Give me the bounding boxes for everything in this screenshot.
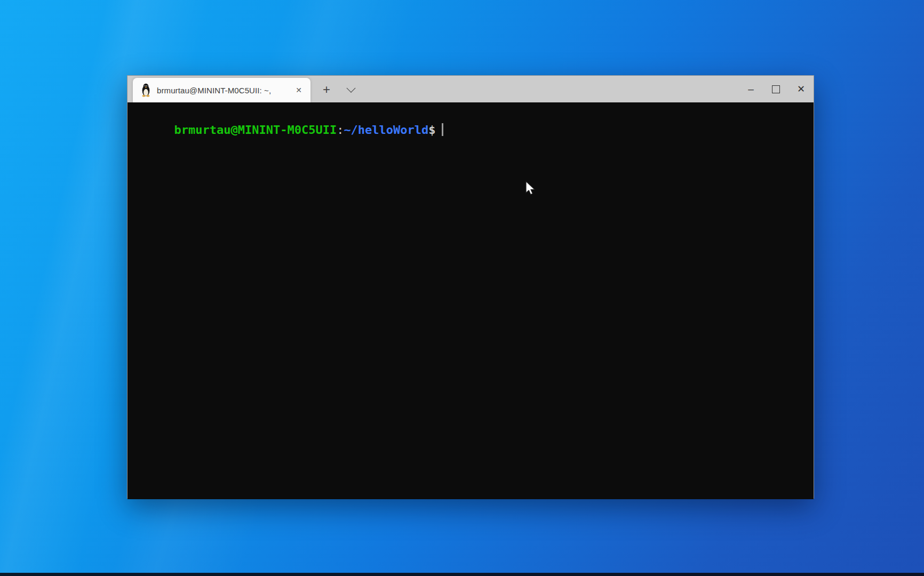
window-controls: – ✕ xyxy=(738,76,814,102)
screen-bottom-edge xyxy=(0,573,924,576)
tux-linux-penguin-icon xyxy=(140,83,152,97)
terminal-cursor xyxy=(442,123,443,136)
shell-prompt: brmurtau@MININT-M0C5UII:~/helloWorld$ xyxy=(174,123,443,137)
tab-dropdown-button[interactable] xyxy=(342,81,360,99)
window-titlebar[interactable]: brmurtau@MININT-M0C5UII: ~, ✕ + – ✕ xyxy=(128,76,814,102)
chevron-down-icon xyxy=(347,84,356,93)
prompt-colon: : xyxy=(337,123,344,137)
desktop[interactable]: brmurtau@MININT-M0C5UII: ~, ✕ + – ✕ brmu… xyxy=(0,0,924,576)
tab-close-icon[interactable]: ✕ xyxy=(291,83,306,98)
close-button[interactable]: ✕ xyxy=(788,76,814,102)
tab-title: brmurtau@MININT-M0C5UII: ~, xyxy=(157,86,291,95)
terminal-content[interactable]: brmurtau@MININT-M0C5UII:~/helloWorld$ xyxy=(128,102,814,499)
prompt-user-host: brmurtau@MININT-M0C5UII xyxy=(174,123,337,137)
new-tab-button[interactable]: + xyxy=(317,81,336,99)
maximize-square-icon xyxy=(772,85,780,93)
prompt-path: ~/helloWorld xyxy=(344,123,428,137)
terminal-window: brmurtau@MININT-M0C5UII: ~, ✕ + – ✕ brmu… xyxy=(127,75,814,499)
minimize-button[interactable]: – xyxy=(738,76,763,102)
terminal-tab[interactable]: brmurtau@MININT-M0C5UII: ~, ✕ xyxy=(133,78,310,102)
prompt-dollar-sign: $ xyxy=(428,123,435,137)
maximize-button[interactable] xyxy=(763,76,788,102)
